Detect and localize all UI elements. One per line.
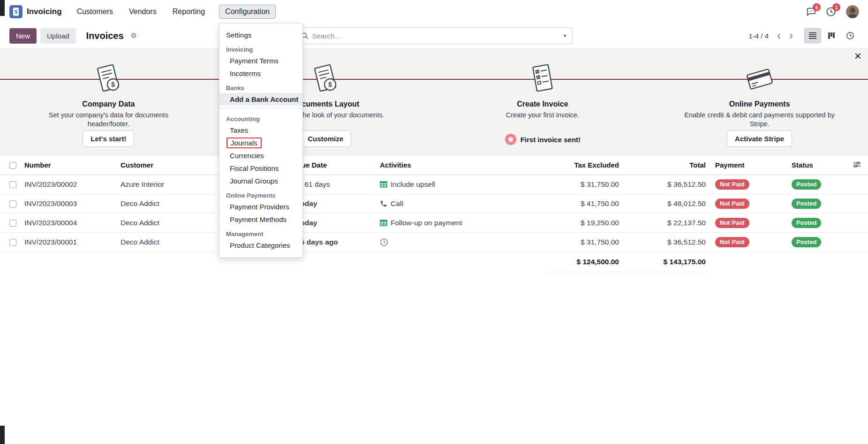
search-bar: ▾ [296, 27, 573, 44]
messages-icon[interactable]: 5 [806, 7, 816, 17]
new-button[interactable]: New [9, 28, 37, 44]
cell-due-date: Today [294, 214, 377, 233]
activity-clock-icon [846, 31, 854, 40]
cell-tax-excluded: $ 19,250.00 [546, 214, 621, 233]
payment-status-badge: Not Paid [715, 218, 749, 229]
invoicing-app-icon[interactable]: $ [9, 5, 23, 18]
svg-text:$: $ [328, 81, 332, 88]
control-panel: New Upload Invoices ⚙ ▾ 1-4 / 4 ‹ › [0, 23, 868, 48]
menu-item-product-categories[interactable]: Product Categories [219, 239, 302, 252]
menu-vendors[interactable]: Vendors [127, 5, 159, 19]
pager-next-button[interactable]: › [786, 31, 796, 41]
clock-activity-icon[interactable] [380, 238, 388, 246]
menu-configuration[interactable]: Configuration Settings Invoicing Payment… [219, 5, 276, 19]
row-checkbox[interactable] [9, 220, 16, 227]
lets-start-button[interactable]: Let's start! [83, 130, 134, 147]
table-row[interactable]: INV/2023/00001 Deco Addict 15 days ago $… [0, 233, 868, 252]
page-title: Invoices [86, 31, 124, 41]
first-invoice-done: First invoice sent! [505, 133, 581, 145]
column-header-status[interactable]: Status [785, 155, 846, 175]
cell-due-date: 15 days ago [294, 233, 377, 252]
cell-tax-excluded: $ 41,750.00 [546, 194, 621, 214]
onboarding-step-company-data: $ Company Data Set your company's data f… [0, 61, 217, 155]
menu-item-journal-groups[interactable]: Journal Groups [219, 175, 302, 187]
onboarding-step-online-payments: Online Payments Enable credit & debit ca… [651, 61, 868, 155]
step-description: Enable credit & debit card payments supp… [682, 111, 837, 130]
menu-customers[interactable]: Customers [75, 5, 115, 19]
onboarding-close-button[interactable]: × [854, 50, 861, 62]
cell-total: $ 36,512.50 [621, 175, 708, 194]
menu-item-payment-methods[interactable]: Payment Methods [219, 213, 302, 226]
table-header-row: Number Customer Due Date Activities Tax … [0, 155, 868, 175]
step-description: Create your first invoice. [506, 111, 579, 130]
main-menu: Customers Vendors Reporting Configuratio… [75, 5, 276, 19]
select-all-checkbox[interactable] [9, 162, 16, 169]
search-input[interactable] [312, 32, 559, 40]
payment-status-badge: Not Paid [715, 199, 749, 209]
row-checkbox[interactable] [9, 181, 16, 188]
configuration-dropdown: Settings Invoicing Payment Terms Incoter… [219, 23, 303, 258]
menu-section-accounting: Accounting [219, 111, 302, 124]
table-row[interactable]: INV/2023/00004 Deco Addict Today Follow-… [0, 214, 868, 233]
cell-number: INV/2023/00003 [22, 194, 118, 214]
menu-reporting[interactable]: Reporting [171, 5, 207, 19]
invoicing-app-icon-glyph: $ [9, 5, 23, 18]
onboarding-steps: $ Company Data Set your company's data f… [0, 48, 868, 155]
menu-item-incoterms[interactable]: Incoterms [219, 67, 302, 80]
systray: 5 1 [806, 5, 860, 19]
pager-previous-button[interactable]: ‹ [774, 31, 784, 41]
user-avatar[interactable] [845, 5, 860, 19]
create-invoice-checklist-icon [527, 61, 558, 98]
cell-activity-label: Include upsell [391, 180, 435, 189]
customize-button[interactable]: Customize [300, 130, 351, 147]
star-badge-icon [505, 133, 517, 145]
app-window: $ Invoicing Customers Vendors Reporting … [0, 0, 868, 444]
company-data-receipt-icon: $ [93, 61, 124, 98]
menu-item-taxes[interactable]: Taxes [219, 124, 302, 137]
column-header-number[interactable]: Number [22, 155, 118, 175]
menu-item-settings[interactable]: Settings [219, 29, 302, 41]
cell-number: INV/2023/00004 [22, 214, 118, 233]
menu-item-journals[interactable]: Journals [219, 137, 302, 149]
menu-item-payment-terms[interactable]: Payment Terms [219, 54, 302, 67]
svg-text:$: $ [15, 9, 17, 15]
row-checkbox[interactable] [9, 200, 16, 207]
svg-text:$: $ [111, 81, 115, 88]
phone-activity-icon[interactable] [380, 200, 387, 207]
column-header-due-date[interactable]: Due Date [294, 155, 377, 175]
status-badge: Posted [792, 218, 821, 229]
spreadsheet-activity-icon[interactable] [380, 219, 387, 227]
row-checkbox[interactable] [9, 239, 16, 246]
kanban-view-button[interactable] [823, 28, 840, 43]
list-icon [808, 32, 817, 39]
menu-item-payment-providers[interactable]: Payment Providers [219, 200, 302, 213]
activity-view-button[interactable] [842, 28, 859, 43]
table-row[interactable]: INV/2023/00002 Azure Interior In 61 days… [0, 175, 868, 194]
table-row[interactable]: INV/2023/00003 Deco Addict Today Call $ … [0, 194, 868, 214]
column-header-total[interactable]: Total [621, 155, 708, 175]
tax-excluded-total: $ 124,500.00 [546, 252, 621, 272]
upload-button[interactable]: Upload [40, 28, 76, 44]
screen-edge-artifact-bottom [0, 426, 5, 444]
spreadsheet-activity-icon[interactable] [380, 181, 387, 188]
list-view-button[interactable] [804, 28, 821, 43]
journals-annotation-box: Journals [226, 138, 262, 148]
menu-item-fiscal-positions[interactable]: Fiscal Positions [219, 162, 302, 175]
optional-columns-sliders-icon[interactable] [853, 160, 861, 169]
search-options-caret-icon[interactable]: ▾ [559, 31, 567, 41]
app-name[interactable]: Invoicing [27, 7, 62, 16]
menu-item-add-bank-account[interactable]: Add a Bank Account [219, 93, 302, 106]
cell-tax-excluded: $ 31,750.00 [546, 175, 621, 194]
cell-due-date: In 61 days [294, 175, 377, 194]
view-settings-gear-icon[interactable]: ⚙ [131, 31, 137, 40]
menu-section-management: Management [219, 226, 302, 239]
column-header-tax-excluded[interactable]: Tax Excluded [546, 155, 621, 175]
activate-stripe-button[interactable]: Activate Stripe [727, 130, 792, 147]
first-invoice-sent-label: First invoice sent! [521, 136, 581, 144]
column-header-payment[interactable]: Payment [708, 155, 785, 175]
activities-icon[interactable]: 1 [826, 7, 836, 17]
column-header-activities[interactable]: Activities [377, 155, 546, 175]
onboarding-panel: × $ Company Data Se [0, 48, 868, 155]
menu-item-currencies[interactable]: Currencies [219, 149, 302, 162]
cell-activity-label: Call [391, 199, 403, 208]
